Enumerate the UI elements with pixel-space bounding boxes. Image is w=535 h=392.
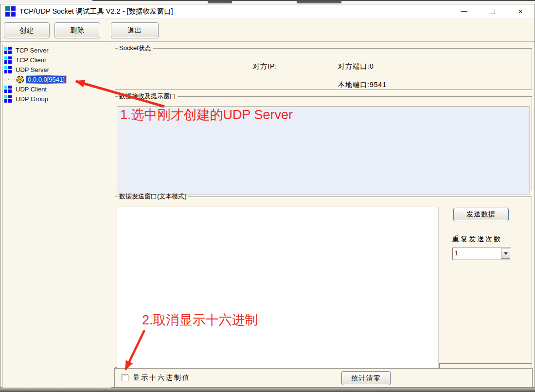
send-textarea[interactable]: [117, 207, 439, 371]
hex-display-label: 显示十六进制值: [133, 374, 191, 382]
remote-ip-label: 对方IP:: [253, 62, 277, 71]
send-group-title: 数据发送窗口(文本模式): [118, 192, 188, 201]
reset-statistics-button[interactable]: 统计清零: [341, 371, 391, 385]
receive-group-title: 数据接收及提示窗口: [118, 92, 178, 101]
socket-type-icon: [4, 66, 12, 73]
tree-item-tcp-server[interactable]: TCP Server: [2, 45, 111, 55]
socket-instance-icon: [16, 75, 24, 84]
socket-type-icon: [4, 47, 12, 54]
tree-item-label: UDP Server: [14, 66, 51, 74]
socket-status-group: Socket状态 对方IP: 对方端口:0 本地端口:9541: [115, 44, 532, 90]
app-logo-icon: [5, 6, 16, 17]
repeat-count-value: 1: [453, 248, 500, 259]
repeat-count-combobox[interactable]: 1: [452, 248, 511, 260]
create-button[interactable]: 创建: [4, 22, 50, 38]
repeat-count-label: 重复发送次数: [452, 235, 502, 244]
tree-item-label-selected: 0.0.0.0[9541]: [26, 75, 67, 84]
title-bar: TCP/UDP Socket 调试工具 V2.2 - [数据收发窗口] ×: [0, 4, 535, 19]
tree-item-label: TCP Client: [14, 56, 48, 64]
socket-status-title: Socket状态: [118, 44, 153, 53]
socket-tree: TCP Server TCP Client UDP Server: [2, 44, 111, 388]
tree-item-udp-server-instance[interactable]: 0.0.0.0[9541]: [2, 74, 111, 84]
hex-display-checkbox[interactable]: [122, 374, 128, 381]
minimize-button[interactable]: [450, 4, 478, 18]
send-data-button[interactable]: 发送数据: [453, 208, 509, 221]
combobox-dropdown-button[interactable]: [501, 249, 510, 259]
background-text-fragment: [208, 1, 232, 3]
tree-item-label: TCP Server: [14, 46, 50, 54]
exit-button[interactable]: 退出: [111, 22, 159, 38]
desktop-bottom-edge: [0, 388, 535, 392]
socket-type-icon: [4, 95, 12, 103]
close-button[interactable]: ×: [506, 4, 535, 18]
remote-port-label: 对方端口:0: [338, 62, 374, 71]
background-text-fragment: [297, 1, 341, 3]
socket-type-icon: [4, 56, 12, 64]
toolbar: 创建 删除 退出: [0, 19, 535, 42]
window-controls: ×: [450, 4, 535, 18]
tree-branch-line: [8, 79, 15, 80]
tree-item-udp-group[interactable]: UDP Group: [2, 94, 111, 104]
delete-button[interactable]: 删除: [54, 22, 100, 38]
bottom-bar: 显示十六进制值 统计清零: [114, 368, 533, 388]
tree-item-tcp-client[interactable]: TCP Client: [2, 55, 111, 65]
window-title: TCP/UDP Socket 调试工具 V2.2 - [数据收发窗口]: [19, 7, 173, 16]
annotation-step2: 2.取消显示十六进制: [142, 311, 258, 329]
send-group: 数据发送窗口(文本模式) 发送数据 重复发送次数 1: [115, 192, 532, 368]
socket-type-icon: [4, 86, 12, 93]
tree-item-udp-client[interactable]: UDP Client: [2, 84, 111, 94]
annotation-step1: 1.选中刚才创建的UDP Server: [120, 106, 293, 124]
tree-item-label: UDP Group: [14, 95, 50, 103]
background-window-remnant: [0, 0, 535, 4]
app-window: TCP/UDP Socket 调试工具 V2.2 - [数据收发窗口] × 创建…: [0, 4, 535, 388]
local-port-label: 本地端口:9541: [338, 81, 387, 89]
tree-item-label: UDP Client: [14, 85, 48, 93]
tree-item-udp-server[interactable]: UDP Server: [2, 65, 111, 74]
chevron-down-icon: [504, 252, 508, 255]
maximize-button[interactable]: [478, 4, 506, 18]
